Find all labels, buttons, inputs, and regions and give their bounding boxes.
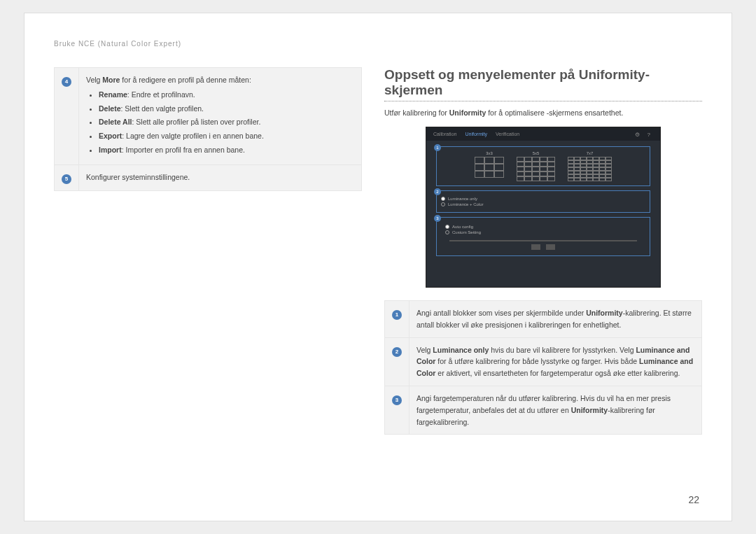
row-content-cell: Konfigurer systeminnstillingene. — [79, 164, 362, 190]
section-description: Utfør kalibrering for Uniformity for å o… — [384, 108, 702, 117]
row-number-cell: 1 — [385, 301, 410, 338]
screenshot-section-2: 2 Luminance only Luminance + Color — [436, 190, 650, 213]
row-number-cell: 3 — [385, 386, 410, 434]
uniformity-screenshot: Calibration Uniformity Verification ⚙ ? … — [426, 127, 661, 288]
row-number-cell: 4 — [55, 68, 79, 165]
table-row: 1 Angi antall blokker som vises per skje… — [385, 301, 702, 338]
list-item: Import: Importer en profil fra en annen … — [99, 144, 354, 156]
page-header: Bruke NCE (Natural Color Expert) — [54, 40, 702, 48]
number-badge-2: 2 — [392, 347, 402, 357]
left-column: 4 Velg More for å redigere en profil på … — [54, 67, 362, 435]
grid-7x7 — [568, 157, 612, 181]
number-badge-4: 4 — [62, 77, 71, 87]
row-number-cell: 5 — [55, 164, 79, 190]
callout-1: 1 — [434, 144, 441, 151]
number-badge-3: 3 — [392, 395, 402, 405]
radio-icon — [441, 197, 445, 201]
list-item: Rename: Endre et profilnavn. — [99, 89, 354, 101]
row-content-cell: Angi fargetemperaturen når du utfører ka… — [410, 386, 702, 434]
radio-icon — [441, 202, 445, 206]
two-column-layout: 4 Velg More for å redigere en profil på … — [54, 67, 702, 435]
page-number: 22 — [688, 494, 699, 505]
section-heading: Oppsett og menyelementer på Uniformity-s… — [384, 67, 702, 101]
screenshot-tabs: Calibration Uniformity Verification — [426, 127, 660, 141]
left-table: 4 Velg More for å redigere en profil på … — [54, 67, 362, 191]
screenshot-header-icons: ⚙ ? — [635, 132, 653, 138]
number-badge-5: 5 — [62, 174, 71, 184]
tab-calibration: Calibration — [433, 132, 456, 136]
screenshot-section-1: 1 3x3 5x5 7x7 — [436, 146, 650, 186]
radio-icon — [445, 230, 449, 234]
tab-uniformity: Uniformity — [465, 132, 487, 136]
row-number-cell: 2 — [385, 337, 410, 386]
slider-track — [449, 240, 637, 241]
tab-verification: Verification — [496, 132, 519, 136]
list-item: Delete All: Slett alle profiler på liste… — [99, 116, 354, 128]
right-table: 1 Angi antall blokker som vises per skje… — [384, 300, 702, 435]
table-row: 3 Angi fargetemperaturen når du utfører … — [385, 386, 702, 434]
list-item: Delete: Slett den valgte profilen. — [99, 103, 354, 115]
callout-2: 2 — [434, 188, 441, 195]
row-content-cell: Velg More for å redigere en profil på de… — [79, 68, 362, 165]
radio-icon — [445, 225, 449, 229]
slider-value-box — [546, 244, 555, 250]
number-badge-1: 1 — [392, 310, 402, 320]
document-page: Bruke NCE (Natural Color Expert) 4 Velg … — [24, 13, 732, 521]
callout-3: 3 — [434, 215, 441, 222]
table-row: 2 Velg Luminance only hvis du bare vil k… — [385, 337, 702, 386]
grid-5x5 — [517, 157, 555, 181]
table-row: 5 Konfigurer systeminnstillingene. — [55, 164, 362, 190]
right-column: Oppsett og menyelementer på Uniformity-s… — [384, 67, 702, 435]
row-content-cell: Angi antall blokker som vises per skjerm… — [410, 301, 702, 338]
table-row: 4 Velg More for å redigere en profil på … — [55, 68, 362, 165]
screenshot-section-3: 3 Auto config Custom Setting — [436, 217, 650, 256]
intro-text: Velg More for å redigere en profil på de… — [86, 76, 251, 84]
grid-3x3 — [475, 157, 504, 178]
bullet-list: Rename: Endre et profilnavn. Delete: Sle… — [86, 89, 354, 156]
slider-value-box — [531, 244, 540, 250]
row-content-cell: Velg Luminance only hvis du bare vil kal… — [410, 337, 702, 386]
list-item: Export: Lagre den valgte profilen i en a… — [99, 130, 354, 142]
